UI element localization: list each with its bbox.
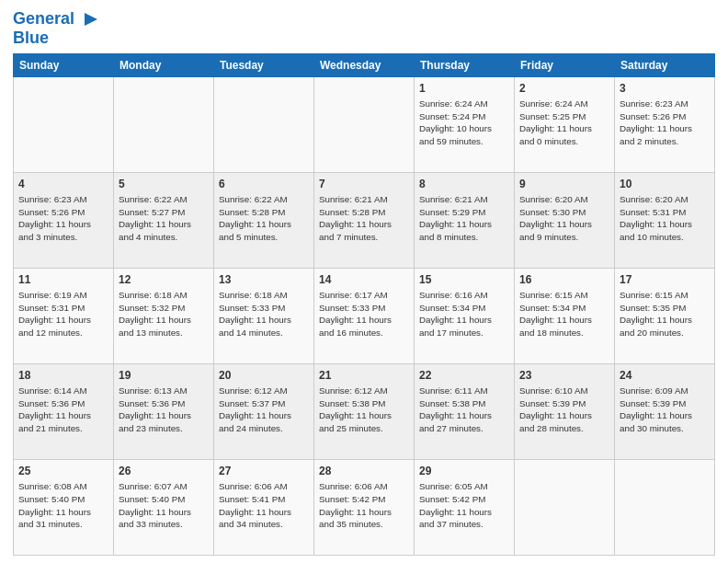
day-cell: 27Sunrise: 6:06 AM Sunset: 5:41 PM Dayli…	[214, 459, 314, 555]
day-cell: 26Sunrise: 6:07 AM Sunset: 5:40 PM Dayli…	[114, 459, 214, 555]
calendar-table: SundayMondayTuesdayWednesdayThursdayFrid…	[13, 53, 715, 556]
week-row-1: 4Sunrise: 6:23 AM Sunset: 5:26 PM Daylig…	[14, 172, 715, 268]
day-cell: 20Sunrise: 6:12 AM Sunset: 5:37 PM Dayli…	[214, 363, 314, 459]
day-cell: 28Sunrise: 6:06 AM Sunset: 5:42 PM Dayli…	[314, 459, 415, 555]
day-number: 17	[620, 272, 710, 287]
logo-icon	[81, 9, 101, 29]
page: General Blue SundayMondayTuesdayWednesda…	[0, 0, 728, 563]
calendar-header: SundayMondayTuesdayWednesdayThursdayFrid…	[14, 53, 715, 76]
column-header-friday: Friday	[515, 53, 615, 76]
week-row-0: 1Sunrise: 6:24 AM Sunset: 5:24 PM Daylig…	[14, 76, 715, 172]
day-cell: 1Sunrise: 6:24 AM Sunset: 5:24 PM Daylig…	[415, 76, 515, 172]
day-info: Sunrise: 6:19 AM Sunset: 5:31 PM Dayligh…	[18, 289, 108, 339]
day-number: 23	[519, 368, 609, 383]
day-cell: 2Sunrise: 6:24 AM Sunset: 5:25 PM Daylig…	[515, 76, 615, 172]
day-number: 27	[219, 464, 309, 478]
logo: General Blue	[13, 9, 101, 48]
day-info: Sunrise: 6:21 AM Sunset: 5:28 PM Dayligh…	[319, 193, 409, 244]
day-number: 21	[319, 368, 409, 383]
day-cell: 11Sunrise: 6:19 AM Sunset: 5:31 PM Dayli…	[14, 268, 114, 363]
day-cell: 7Sunrise: 6:21 AM Sunset: 5:28 PM Daylig…	[314, 172, 415, 268]
day-number: 9	[519, 177, 609, 191]
day-number: 20	[219, 368, 309, 383]
day-cell: 3Sunrise: 6:23 AM Sunset: 5:26 PM Daylig…	[615, 76, 715, 172]
day-cell	[314, 76, 415, 172]
day-cell: 29Sunrise: 6:05 AM Sunset: 5:42 PM Dayli…	[415, 459, 515, 555]
day-cell: 24Sunrise: 6:09 AM Sunset: 5:39 PM Dayli…	[615, 363, 715, 459]
day-number: 18	[18, 368, 108, 383]
day-info: Sunrise: 6:09 AM Sunset: 5:39 PM Dayligh…	[620, 385, 710, 435]
day-number: 26	[119, 464, 209, 478]
day-cell: 22Sunrise: 6:11 AM Sunset: 5:38 PM Dayli…	[415, 363, 515, 459]
day-info: Sunrise: 6:18 AM Sunset: 5:32 PM Dayligh…	[119, 289, 209, 339]
day-info: Sunrise: 6:22 AM Sunset: 5:28 PM Dayligh…	[219, 193, 309, 244]
day-number: 3	[620, 81, 710, 96]
day-number: 2	[519, 81, 609, 96]
logo-text: General	[13, 9, 101, 29]
day-number: 12	[119, 272, 209, 287]
day-cell: 9Sunrise: 6:20 AM Sunset: 5:30 PM Daylig…	[515, 172, 615, 268]
logo-blue: Blue	[13, 29, 101, 48]
day-number: 6	[219, 177, 309, 191]
day-info: Sunrise: 6:08 AM Sunset: 5:40 PM Dayligh…	[18, 480, 108, 531]
day-info: Sunrise: 6:06 AM Sunset: 5:42 PM Dayligh…	[319, 480, 409, 531]
day-info: Sunrise: 6:24 AM Sunset: 5:25 PM Dayligh…	[519, 98, 609, 148]
logo-general: General	[13, 9, 74, 28]
column-header-monday: Monday	[114, 53, 214, 76]
day-info: Sunrise: 6:12 AM Sunset: 5:37 PM Dayligh…	[219, 385, 309, 435]
day-cell	[14, 76, 114, 172]
day-number: 13	[219, 272, 309, 287]
day-info: Sunrise: 6:13 AM Sunset: 5:36 PM Dayligh…	[119, 385, 209, 435]
day-cell: 5Sunrise: 6:22 AM Sunset: 5:27 PM Daylig…	[114, 172, 214, 268]
week-row-4: 25Sunrise: 6:08 AM Sunset: 5:40 PM Dayli…	[14, 459, 715, 555]
day-cell	[515, 459, 615, 555]
day-number: 7	[319, 177, 409, 191]
column-header-thursday: Thursday	[415, 53, 515, 76]
day-number: 14	[319, 272, 409, 287]
day-cell: 13Sunrise: 6:18 AM Sunset: 5:33 PM Dayli…	[214, 268, 314, 363]
day-info: Sunrise: 6:05 AM Sunset: 5:42 PM Dayligh…	[419, 480, 509, 531]
column-header-wednesday: Wednesday	[314, 53, 415, 76]
day-number: 11	[18, 272, 108, 287]
day-cell: 19Sunrise: 6:13 AM Sunset: 5:36 PM Dayli…	[114, 363, 214, 459]
day-number: 1	[419, 81, 509, 96]
day-cell: 16Sunrise: 6:15 AM Sunset: 5:34 PM Dayli…	[515, 268, 615, 363]
day-info: Sunrise: 6:11 AM Sunset: 5:38 PM Dayligh…	[419, 385, 509, 435]
day-cell: 6Sunrise: 6:22 AM Sunset: 5:28 PM Daylig…	[214, 172, 314, 268]
day-info: Sunrise: 6:18 AM Sunset: 5:33 PM Dayligh…	[219, 289, 309, 339]
column-header-saturday: Saturday	[615, 53, 715, 76]
week-row-2: 11Sunrise: 6:19 AM Sunset: 5:31 PM Dayli…	[14, 268, 715, 363]
day-cell: 15Sunrise: 6:16 AM Sunset: 5:34 PM Dayli…	[415, 268, 515, 363]
day-number: 19	[119, 368, 209, 383]
day-info: Sunrise: 6:21 AM Sunset: 5:29 PM Dayligh…	[419, 193, 509, 244]
day-cell: 12Sunrise: 6:18 AM Sunset: 5:32 PM Dayli…	[114, 268, 214, 363]
day-info: Sunrise: 6:16 AM Sunset: 5:34 PM Dayligh…	[419, 289, 509, 339]
day-cell	[214, 76, 314, 172]
week-row-3: 18Sunrise: 6:14 AM Sunset: 5:36 PM Dayli…	[14, 363, 715, 459]
day-number: 8	[419, 177, 509, 191]
day-cell: 21Sunrise: 6:12 AM Sunset: 5:38 PM Dayli…	[314, 363, 415, 459]
day-cell	[114, 76, 214, 172]
header: General Blue	[13, 9, 715, 48]
day-info: Sunrise: 6:10 AM Sunset: 5:39 PM Dayligh…	[519, 385, 609, 435]
day-number: 16	[519, 272, 609, 287]
day-info: Sunrise: 6:12 AM Sunset: 5:38 PM Dayligh…	[319, 385, 409, 435]
svg-marker-0	[85, 13, 97, 26]
day-number: 29	[419, 464, 509, 478]
day-info: Sunrise: 6:22 AM Sunset: 5:27 PM Dayligh…	[119, 193, 209, 244]
day-number: 28	[319, 464, 409, 478]
day-cell: 17Sunrise: 6:15 AM Sunset: 5:35 PM Dayli…	[615, 268, 715, 363]
day-info: Sunrise: 6:23 AM Sunset: 5:26 PM Dayligh…	[620, 98, 710, 148]
day-cell	[615, 459, 715, 555]
calendar-body: 1Sunrise: 6:24 AM Sunset: 5:24 PM Daylig…	[14, 76, 715, 555]
day-cell: 14Sunrise: 6:17 AM Sunset: 5:33 PM Dayli…	[314, 268, 415, 363]
day-info: Sunrise: 6:24 AM Sunset: 5:24 PM Dayligh…	[419, 98, 509, 148]
day-cell: 4Sunrise: 6:23 AM Sunset: 5:26 PM Daylig…	[14, 172, 114, 268]
day-info: Sunrise: 6:07 AM Sunset: 5:40 PM Dayligh…	[119, 480, 209, 531]
day-info: Sunrise: 6:06 AM Sunset: 5:41 PM Dayligh…	[219, 480, 309, 531]
day-cell: 10Sunrise: 6:20 AM Sunset: 5:31 PM Dayli…	[615, 172, 715, 268]
day-number: 10	[620, 177, 710, 191]
day-info: Sunrise: 6:14 AM Sunset: 5:36 PM Dayligh…	[18, 385, 108, 435]
day-cell: 25Sunrise: 6:08 AM Sunset: 5:40 PM Dayli…	[14, 459, 114, 555]
day-info: Sunrise: 6:17 AM Sunset: 5:33 PM Dayligh…	[319, 289, 409, 339]
